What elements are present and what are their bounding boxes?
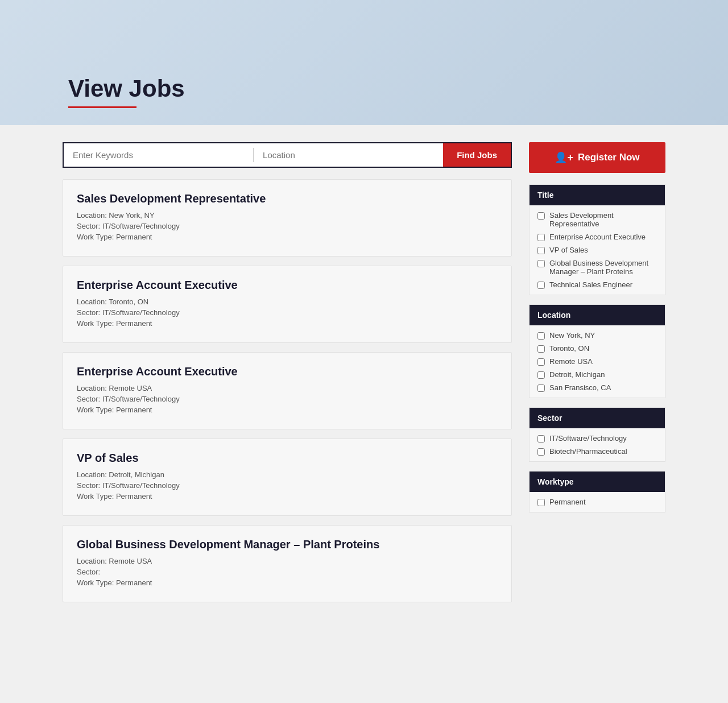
main-container: Find Jobs Sales Development Representati… <box>51 125 677 628</box>
location-input[interactable] <box>254 143 443 167</box>
filter-item-label: Detroit, Michigan <box>549 370 605 379</box>
filter-header-title: Title <box>530 185 665 205</box>
left-column: Find Jobs Sales Development Representati… <box>63 142 512 611</box>
keywords-input[interactable] <box>64 143 253 167</box>
job-sector: Sector: IT/Software/Technology <box>77 481 498 490</box>
register-icon: 👤+ <box>555 151 573 164</box>
job-location: Location: Remote USA <box>77 557 498 565</box>
filter-item[interactable]: San Fransisco, CA <box>537 383 657 392</box>
job-worktype: Work Type: Permanent <box>77 578 498 587</box>
filter-item[interactable]: Global Business Development Manager – Pl… <box>537 259 657 276</box>
search-bar: Find Jobs <box>63 142 512 168</box>
filter-checkbox[interactable] <box>537 247 545 254</box>
filter-header-worktype: Worktype <box>530 472 665 492</box>
filter-panel-sector: Sector IT/Software/Technology Biotech/Ph… <box>529 407 665 462</box>
job-title: VP of Sales <box>77 452 498 465</box>
filter-item-label: Sales Development Representative <box>549 211 657 228</box>
filter-item[interactable]: Technical Sales Engineer <box>537 280 657 289</box>
job-title: Enterprise Account Executive <box>77 365 498 378</box>
register-label: Register Now <box>578 152 640 163</box>
job-location: Location: Detroit, Michigan <box>77 470 498 479</box>
filter-checkbox[interactable] <box>537 212 545 220</box>
job-location: Location: Toronto, ON <box>77 297 498 306</box>
filter-body-location: New York, NY Toronto, ON Remote USA Detr… <box>530 325 665 398</box>
filter-checkbox[interactable] <box>537 345 545 353</box>
job-title: Sales Development Representative <box>77 192 498 205</box>
filter-header-sector: Sector <box>530 408 665 428</box>
filter-item[interactable]: Remote USA <box>537 357 657 366</box>
job-sector: Sector: IT/Software/Technology <box>77 222 498 230</box>
filter-body-worktype: Permanent <box>530 492 665 512</box>
job-worktype: Work Type: Permanent <box>77 233 498 241</box>
filter-item[interactable]: Enterprise Account Executive <box>537 233 657 241</box>
filter-panels: Title Sales Development Representative E… <box>529 184 665 512</box>
filter-item[interactable]: VP of Sales <box>537 246 657 254</box>
right-column: 👤+ Register Now Title Sales Development … <box>529 142 665 611</box>
filter-item-label: VP of Sales <box>549 246 588 254</box>
job-card[interactable]: Global Business Development Manager – Pl… <box>63 525 512 602</box>
filter-panel-title: Title Sales Development Representative E… <box>529 184 665 295</box>
page-title: View Jobs <box>68 76 185 102</box>
job-worktype: Work Type: Permanent <box>77 406 498 414</box>
filter-checkbox[interactable] <box>537 332 545 340</box>
title-underline <box>68 106 136 108</box>
job-sector: Sector: <box>77 568 498 576</box>
filter-checkbox[interactable] <box>537 371 545 379</box>
filter-body-sector: IT/Software/Technology Biotech/Pharmaceu… <box>530 428 665 461</box>
filter-checkbox[interactable] <box>537 448 545 456</box>
filter-item-label: Toronto, ON <box>549 344 589 353</box>
job-worktype: Work Type: Permanent <box>77 319 498 328</box>
job-card[interactable]: VP of Sales Location: Detroit, Michigan … <box>63 439 512 516</box>
filter-item-label: Enterprise Account Executive <box>549 233 646 241</box>
filter-checkbox[interactable] <box>537 435 545 443</box>
job-sector: Sector: IT/Software/Technology <box>77 308 498 317</box>
job-worktype: Work Type: Permanent <box>77 492 498 501</box>
filter-item[interactable]: Permanent <box>537 498 657 506</box>
filter-checkbox[interactable] <box>537 282 545 289</box>
hero-section: View Jobs <box>0 0 728 125</box>
job-title: Global Business Development Manager – Pl… <box>77 538 498 551</box>
job-card[interactable]: Enterprise Account Executive Location: T… <box>63 266 512 343</box>
job-card[interactable]: Enterprise Account Executive Location: R… <box>63 352 512 429</box>
hero-title-block: View Jobs <box>68 76 185 108</box>
filter-panel-worktype: Worktype Permanent <box>529 471 665 512</box>
find-jobs-button[interactable]: Find Jobs <box>443 143 511 167</box>
job-card[interactable]: Sales Development Representative Locatio… <box>63 179 512 257</box>
filter-item[interactable]: Sales Development Representative <box>537 211 657 228</box>
filter-body-title: Sales Development Representative Enterpr… <box>530 205 665 295</box>
register-button[interactable]: 👤+ Register Now <box>529 142 665 173</box>
filter-item[interactable]: Detroit, Michigan <box>537 370 657 379</box>
filter-item-label: San Fransisco, CA <box>549 383 611 392</box>
filter-item-label: IT/Software/Technology <box>549 434 627 443</box>
filter-item-label: Biotech/Pharmaceutical <box>549 447 627 456</box>
job-sector: Sector: IT/Software/Technology <box>77 395 498 403</box>
filter-item-label: New York, NY <box>549 331 595 340</box>
filter-checkbox[interactable] <box>537 260 545 267</box>
filter-item[interactable]: New York, NY <box>537 331 657 340</box>
filter-header-location: Location <box>530 305 665 325</box>
job-location: Location: Remote USA <box>77 384 498 392</box>
filter-checkbox[interactable] <box>537 358 545 366</box>
filter-checkbox[interactable] <box>537 234 545 241</box>
filter-item-label: Permanent <box>549 498 586 506</box>
filter-item-label: Global Business Development Manager – Pl… <box>549 259 657 276</box>
filter-item[interactable]: Toronto, ON <box>537 344 657 353</box>
job-location: Location: New York, NY <box>77 211 498 220</box>
filter-panel-location: Location New York, NY Toronto, ON Remote… <box>529 304 665 398</box>
filter-checkbox[interactable] <box>537 499 545 506</box>
job-title: Enterprise Account Executive <box>77 279 498 292</box>
job-list: Sales Development Representative Locatio… <box>63 179 512 602</box>
filter-item-label: Technical Sales Engineer <box>549 280 632 289</box>
filter-item[interactable]: Biotech/Pharmaceutical <box>537 447 657 456</box>
filter-checkbox[interactable] <box>537 384 545 392</box>
filter-item-label: Remote USA <box>549 357 593 366</box>
filter-item[interactable]: IT/Software/Technology <box>537 434 657 443</box>
